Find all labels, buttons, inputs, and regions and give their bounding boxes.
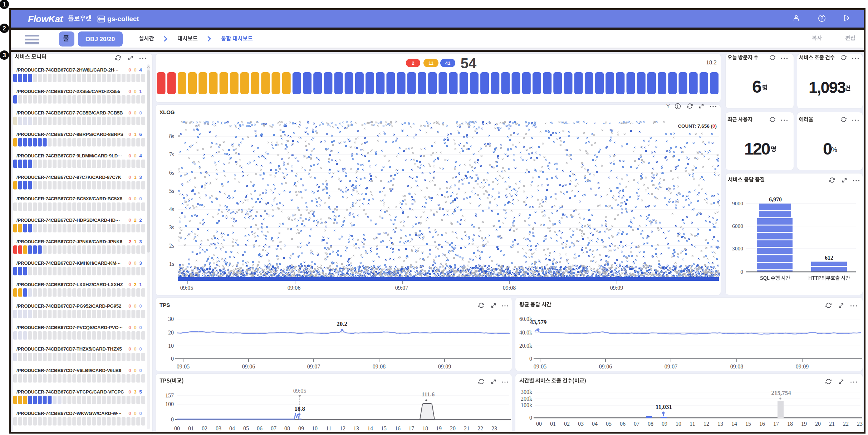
- svg-text:6000: 6000: [732, 223, 743, 229]
- svg-text:3000: 3000: [732, 245, 743, 251]
- svg-text:612: 612: [825, 255, 833, 261]
- svg-text:6,970: 6,970: [769, 196, 782, 202]
- svg-text:0: 0: [740, 269, 743, 275]
- svg-text:9000: 9000: [732, 200, 743, 206]
